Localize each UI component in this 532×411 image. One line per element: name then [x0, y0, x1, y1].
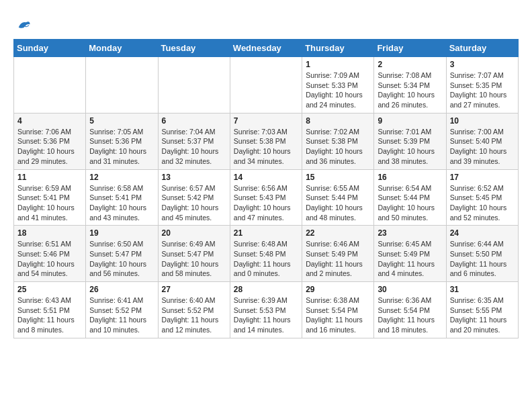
cell-detail: Sunrise: 6:49 AMSunset: 5:47 PMDaylight:…	[162, 239, 226, 279]
calendar-cell: 29Sunrise: 6:38 AMSunset: 5:54 PMDayligh…	[302, 282, 374, 338]
cell-date-number: 29	[306, 285, 370, 294]
cell-date-number: 31	[450, 285, 515, 294]
cell-detail: Sunrise: 7:09 AMSunset: 5:33 PMDaylight:…	[306, 71, 370, 110]
calendar-week-row: 1Sunrise: 7:09 AMSunset: 5:33 PMDaylight…	[14, 57, 519, 113]
cell-detail: Sunrise: 6:38 AMSunset: 5:54 PMDaylight:…	[306, 295, 370, 335]
cell-date-number: 9	[378, 116, 442, 126]
cell-detail: Sunrise: 6:58 AMSunset: 5:41 PMDaylight:…	[89, 183, 154, 223]
calendar-day-header: Thursday	[302, 40, 374, 57]
calendar-cell: 22Sunrise: 6:46 AMSunset: 5:49 PMDayligh…	[302, 226, 374, 282]
cell-date-number: 8	[306, 116, 370, 126]
calendar-cell: 18Sunrise: 6:51 AMSunset: 5:46 PMDayligh…	[14, 226, 86, 282]
cell-date-number: 14	[234, 173, 298, 182]
calendar-cell: 24Sunrise: 6:44 AMSunset: 5:50 PMDayligh…	[446, 226, 518, 282]
cell-date-number: 5	[89, 116, 154, 126]
cell-date-number: 24	[450, 228, 515, 238]
cell-date-number: 26	[89, 285, 154, 294]
calendar-cell: 31Sunrise: 6:35 AMSunset: 5:55 PMDayligh…	[446, 282, 518, 338]
cell-detail: Sunrise: 6:44 AMSunset: 5:50 PMDaylight:…	[450, 239, 515, 279]
calendar-cell: 16Sunrise: 6:54 AMSunset: 5:44 PMDayligh…	[374, 169, 446, 226]
calendar-day-header: Monday	[86, 40, 158, 57]
calendar-day-header: Sunday	[14, 40, 86, 57]
cell-detail: Sunrise: 6:56 AMSunset: 5:43 PMDaylight:…	[234, 183, 298, 223]
cell-detail: Sunrise: 7:01 AMSunset: 5:39 PMDaylight:…	[378, 127, 442, 167]
calendar-cell: 21Sunrise: 6:48 AMSunset: 5:48 PMDayligh…	[230, 226, 302, 282]
calendar-cell: 25Sunrise: 6:43 AMSunset: 5:51 PMDayligh…	[14, 282, 86, 338]
calendar-cell	[14, 57, 86, 113]
cell-date-number: 6	[162, 116, 226, 126]
calendar-week-row: 18Sunrise: 6:51 AMSunset: 5:46 PMDayligh…	[14, 226, 519, 282]
cell-date-number: 12	[89, 173, 154, 182]
cell-detail: Sunrise: 6:46 AMSunset: 5:49 PMDaylight:…	[306, 239, 370, 279]
cell-date-number: 18	[17, 228, 82, 238]
cell-detail: Sunrise: 6:50 AMSunset: 5:47 PMDaylight:…	[89, 239, 154, 279]
calendar-cell: 12Sunrise: 6:58 AMSunset: 5:41 PMDayligh…	[86, 169, 158, 226]
cell-detail: Sunrise: 6:54 AMSunset: 5:44 PMDaylight:…	[378, 183, 442, 223]
cell-date-number: 23	[378, 228, 442, 238]
cell-detail: Sunrise: 7:02 AMSunset: 5:38 PMDaylight:…	[306, 127, 370, 167]
cell-date-number: 19	[89, 228, 154, 238]
calendar-cell: 28Sunrise: 6:39 AMSunset: 5:53 PMDayligh…	[230, 282, 302, 338]
calendar-cell: 11Sunrise: 6:59 AMSunset: 5:41 PMDayligh…	[14, 169, 86, 226]
calendar-cell: 4Sunrise: 7:06 AMSunset: 5:36 PMDaylight…	[14, 113, 86, 169]
cell-date-number: 10	[450, 116, 515, 126]
cell-detail: Sunrise: 6:36 AMSunset: 5:54 PMDaylight:…	[378, 295, 442, 335]
cell-date-number: 2	[378, 60, 442, 69]
calendar-week-row: 25Sunrise: 6:43 AMSunset: 5:51 PMDayligh…	[14, 282, 519, 338]
cell-detail: Sunrise: 6:52 AMSunset: 5:45 PMDaylight:…	[450, 183, 515, 223]
cell-detail: Sunrise: 6:41 AMSunset: 5:52 PMDaylight:…	[89, 295, 154, 335]
calendar-cell: 15Sunrise: 6:55 AMSunset: 5:44 PMDayligh…	[302, 169, 374, 226]
cell-detail: Sunrise: 7:06 AMSunset: 5:36 PMDaylight:…	[17, 127, 82, 167]
calendar-table: SundayMondayTuesdayWednesdayThursdayFrid…	[13, 39, 519, 338]
calendar-cell: 27Sunrise: 6:40 AMSunset: 5:52 PMDayligh…	[158, 282, 230, 338]
calendar-cell: 10Sunrise: 7:00 AMSunset: 5:40 PMDayligh…	[446, 113, 518, 169]
calendar-cell	[86, 57, 158, 113]
calendar-day-header: Tuesday	[158, 40, 230, 57]
calendar-cell	[158, 57, 230, 113]
cell-detail: Sunrise: 6:45 AMSunset: 5:49 PMDaylight:…	[378, 239, 442, 279]
cell-date-number: 28	[234, 285, 298, 294]
calendar-cell: 9Sunrise: 7:01 AMSunset: 5:39 PMDaylight…	[374, 113, 446, 169]
cell-detail: Sunrise: 6:55 AMSunset: 5:44 PMDaylight:…	[306, 183, 370, 223]
cell-date-number: 1	[306, 60, 370, 69]
calendar-week-row: 11Sunrise: 6:59 AMSunset: 5:41 PMDayligh…	[14, 169, 519, 226]
cell-detail: Sunrise: 7:00 AMSunset: 5:40 PMDaylight:…	[450, 127, 515, 167]
calendar-cell: 23Sunrise: 6:45 AMSunset: 5:49 PMDayligh…	[374, 226, 446, 282]
cell-date-number: 13	[162, 173, 226, 182]
cell-detail: Sunrise: 7:04 AMSunset: 5:37 PMDaylight:…	[162, 127, 226, 167]
logo-bird-icon	[16, 17, 31, 32]
cell-detail: Sunrise: 7:05 AMSunset: 5:36 PMDaylight:…	[89, 127, 154, 167]
cell-detail: Sunrise: 6:43 AMSunset: 5:51 PMDaylight:…	[17, 295, 82, 335]
cell-date-number: 4	[17, 116, 82, 126]
cell-detail: Sunrise: 6:57 AMSunset: 5:42 PMDaylight:…	[162, 183, 226, 223]
cell-detail: Sunrise: 7:08 AMSunset: 5:34 PMDaylight:…	[378, 71, 442, 110]
calendar-cell: 20Sunrise: 6:49 AMSunset: 5:47 PMDayligh…	[158, 226, 230, 282]
calendar-cell: 17Sunrise: 6:52 AMSunset: 5:45 PMDayligh…	[446, 169, 518, 226]
calendar-cell: 7Sunrise: 7:03 AMSunset: 5:38 PMDaylight…	[230, 113, 302, 169]
calendar-day-header: Saturday	[446, 40, 518, 57]
cell-date-number: 22	[306, 228, 370, 238]
calendar-day-header: Friday	[374, 40, 446, 57]
calendar-cell: 3Sunrise: 7:07 AMSunset: 5:35 PMDaylight…	[446, 57, 518, 113]
calendar-cell: 6Sunrise: 7:04 AMSunset: 5:37 PMDaylight…	[158, 113, 230, 169]
calendar-cell: 8Sunrise: 7:02 AMSunset: 5:38 PMDaylight…	[302, 113, 374, 169]
calendar-cell: 14Sunrise: 6:56 AMSunset: 5:43 PMDayligh…	[230, 169, 302, 226]
calendar-cell: 13Sunrise: 6:57 AMSunset: 5:42 PMDayligh…	[158, 169, 230, 226]
calendar-week-row: 4Sunrise: 7:06 AMSunset: 5:36 PMDaylight…	[14, 113, 519, 169]
cell-detail: Sunrise: 6:39 AMSunset: 5:53 PMDaylight:…	[234, 295, 298, 335]
calendar-cell: 26Sunrise: 6:41 AMSunset: 5:52 PMDayligh…	[86, 282, 158, 338]
cell-detail: Sunrise: 6:40 AMSunset: 5:52 PMDaylight:…	[162, 295, 226, 335]
calendar-cell	[230, 57, 302, 113]
cell-date-number: 20	[162, 228, 226, 238]
calendar-cell: 19Sunrise: 6:50 AMSunset: 5:47 PMDayligh…	[86, 226, 158, 282]
logo	[13, 16, 31, 32]
cell-date-number: 21	[234, 228, 298, 238]
cell-detail: Sunrise: 6:51 AMSunset: 5:46 PMDaylight:…	[17, 239, 82, 279]
calendar-day-header: Wednesday	[230, 40, 302, 57]
cell-detail: Sunrise: 6:59 AMSunset: 5:41 PMDaylight:…	[17, 183, 82, 223]
calendar-cell: 5Sunrise: 7:05 AMSunset: 5:36 PMDaylight…	[86, 113, 158, 169]
cell-date-number: 15	[306, 173, 370, 182]
cell-date-number: 7	[234, 116, 298, 126]
cell-date-number: 27	[162, 285, 226, 294]
calendar-header-row: SundayMondayTuesdayWednesdayThursdayFrid…	[14, 40, 519, 57]
